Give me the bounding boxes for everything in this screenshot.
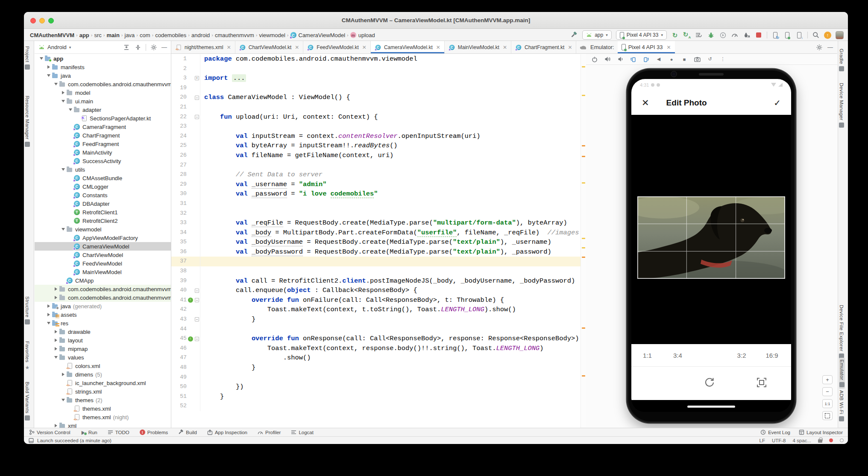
tree-item-model[interactable]: model (35, 88, 171, 97)
aspect-ratio-16-9[interactable]: 16:9 (766, 352, 778, 359)
tree-item-xml[interactable]: xml (35, 421, 171, 428)
tree-chevron-icon[interactable] (53, 81, 59, 87)
code-line[interactable]: 29 val _username = "admin" (171, 180, 581, 190)
tree-item-successactivity[interactable]: CSuccessActivity (35, 157, 171, 165)
toolwindow-button-problems[interactable]: !Problems (140, 429, 168, 435)
notification-badge[interactable] (829, 438, 833, 442)
tool-strip-device-file-explorer[interactable]: Device File Explorer (839, 305, 844, 359)
more-icon[interactable]: ⋮ (719, 56, 726, 63)
tree-chevron-icon[interactable] (60, 226, 66, 232)
hide-panel-icon[interactable]: — (827, 44, 833, 50)
toolwindow-button-layout-inspector[interactable]: Layout Inspector (799, 429, 843, 435)
crop-fit-icon[interactable] (757, 377, 767, 389)
editor-tab-chartfragment-kt[interactable]: CChartFragment.kt ✕ (511, 41, 576, 53)
code-line[interactable]: 39 val call = RetrofitClient2.client.pos… (171, 276, 581, 286)
tree-chevron-icon[interactable] (60, 397, 66, 403)
tree-item-camerafragment[interactable]: CCameraFragment (35, 123, 171, 131)
rotate-right-icon[interactable] (642, 56, 649, 63)
device-selector[interactable]: Pixel 4 API 33 ▾ (616, 30, 667, 40)
tree-item-java[interactable]: java (35, 71, 171, 80)
tool-strip-project[interactable]: Project (25, 46, 30, 70)
tool-strip-gradle[interactable]: Gradle (839, 49, 844, 71)
code-line[interactable]: 37 (171, 257, 581, 266)
toolwindow-button-logcat[interactable]: Logcat (291, 429, 314, 435)
tree-chevron-icon[interactable] (53, 287, 59, 291)
volume-down-icon[interactable] (617, 56, 624, 63)
code-line[interactable]: 36 val _bodyPassword = RequestBody.creat… (171, 247, 581, 257)
tree-item-chartviewmodel[interactable]: CChartViewModel (35, 251, 171, 259)
aspect-ratio-3-2[interactable]: 3:2 (737, 352, 746, 359)
code-line[interactable]: 30 val _password = "i love codemobiles" (171, 189, 581, 199)
tree-item-manifests[interactable]: manifests (35, 63, 171, 71)
code-line[interactable]: 19 (171, 83, 581, 93)
editor-tab-chartviewmodel-kt[interactable]: CChartViewModel.kt ✕ (235, 41, 304, 53)
code-line[interactable]: 43 − } (171, 315, 581, 324)
code-line[interactable]: 25 val byteArray = inputStream!!.readByt… (171, 141, 581, 151)
breadcrumb-item[interactable]: main (105, 32, 121, 38)
tool-strip-adb-wi-fi[interactable]: ADB Wi-Fi (839, 390, 844, 421)
editor-tab-cameraviewmodel-kt[interactable]: CCameraViewModel.kt ✕ (371, 41, 445, 53)
fold-marker-icon[interactable]: − (195, 96, 199, 100)
power-icon[interactable] (591, 56, 598, 63)
tree-chevron-icon[interactable] (45, 313, 52, 316)
status-indicator[interactable]: UTF-8 (772, 438, 786, 443)
select-opened-file-icon[interactable] (123, 44, 130, 51)
error-stripe[interactable] (581, 54, 586, 428)
status-message[interactable]: Launch succeeded (a minute ago) (37, 438, 111, 443)
code-line[interactable]: 46 Toast.makeText(context, response.body… (171, 344, 581, 353)
zoom-out-button[interactable]: − (822, 387, 833, 396)
tree-chevron-icon[interactable] (60, 98, 66, 104)
toolwindow-button-todo[interactable]: TODO (108, 429, 129, 435)
fold-marker-icon[interactable]: − (195, 289, 199, 293)
fit-to-window-button[interactable] (822, 411, 833, 420)
breadcrumb-item[interactable]: CMAuthenMVVM (28, 32, 76, 38)
fold-marker-icon[interactable]: + (195, 76, 199, 80)
tree-item-utils[interactable]: utils (35, 165, 171, 174)
tree-item-themes-xml[interactable]: <>themes.xml (35, 404, 171, 413)
stop-icon[interactable] (755, 31, 762, 39)
hide-panel-icon[interactable]: — (161, 44, 167, 50)
toolwindow-button-profiler[interactable]: Profiler (258, 429, 281, 435)
tree-item-viewmodel[interactable]: viewmodel (35, 225, 171, 234)
tree-item-colors-xml[interactable]: <>colors.xml (35, 362, 171, 370)
tree-item-adapter[interactable]: adapter (35, 105, 171, 114)
code-line[interactable]: 52 (171, 401, 581, 411)
aspect-ratio-1-1[interactable]: 1:1 (643, 352, 652, 359)
close-window-button[interactable] (30, 18, 36, 23)
toolwindow-button-run[interactable]: ▶Run (81, 429, 97, 435)
tree-chevron-icon[interactable] (45, 320, 52, 326)
profile-icon[interactable] (719, 31, 727, 39)
tree-item-com-codemobiles-android-cmauthenmvvm[interactable]: com.codemobiles.android.cmauthenmvvm (35, 285, 171, 293)
status-indicator[interactable]: 4 spac... (793, 438, 811, 443)
close-tab-icon[interactable]: ✕ (295, 44, 299, 50)
update-available-icon[interactable]: ↑ (824, 32, 831, 39)
device-manager-icon[interactable] (783, 31, 791, 39)
sync-icon[interactable] (695, 31, 703, 39)
run-configuration-selector[interactable]: app ▾ (582, 30, 612, 40)
code-line[interactable]: 41 ↑− override fun onFailure(call: Call<… (171, 295, 581, 305)
override-marker-icon[interactable]: ↑ (188, 336, 193, 342)
tree-item-feedfragment[interactable]: CFeedFragment (35, 140, 171, 148)
code-line[interactable]: 50 }) (171, 382, 581, 392)
rotate-left-icon[interactable] (630, 56, 636, 63)
code-line[interactable]: 21 (171, 102, 581, 112)
tree-item-java[interactable]: java(generated) (35, 302, 171, 310)
attach-debugger-icon[interactable] (743, 31, 751, 39)
zoom-reset-button[interactable]: 1:1 (822, 399, 833, 408)
tool-strip-emulator[interactable]: Emulator (839, 358, 845, 389)
tree-item-dbadapter[interactable]: CDBAdapter (35, 199, 171, 208)
toolwindow-button-version-control[interactable]: Version Control (29, 429, 70, 435)
breadcrumb-item[interactable]: app (78, 32, 91, 38)
breadcrumb-item[interactable]: src (92, 32, 103, 38)
tree-item-layout[interactable]: layout (35, 336, 171, 345)
breadcrumb-item[interactable]: com (138, 32, 152, 38)
code-line[interactable]: 48 } (171, 363, 581, 373)
code-line[interactable]: 3 + import ... (171, 73, 581, 83)
code-line[interactable]: 28 // Sent Data to server (171, 170, 581, 180)
tree-item-com-codemobiles-android-cmauthenmvvm[interactable]: com.codemobiles.android.cmauthenmvvm (35, 293, 171, 302)
tree-chevron-icon[interactable] (53, 347, 59, 350)
tree-item-feedviewmodel[interactable]: CFeedViewModel (35, 259, 171, 268)
reader-mode-icon[interactable] (840, 438, 844, 442)
code-line[interactable]: 38 (171, 266, 581, 276)
collapse-all-icon[interactable] (134, 44, 142, 51)
